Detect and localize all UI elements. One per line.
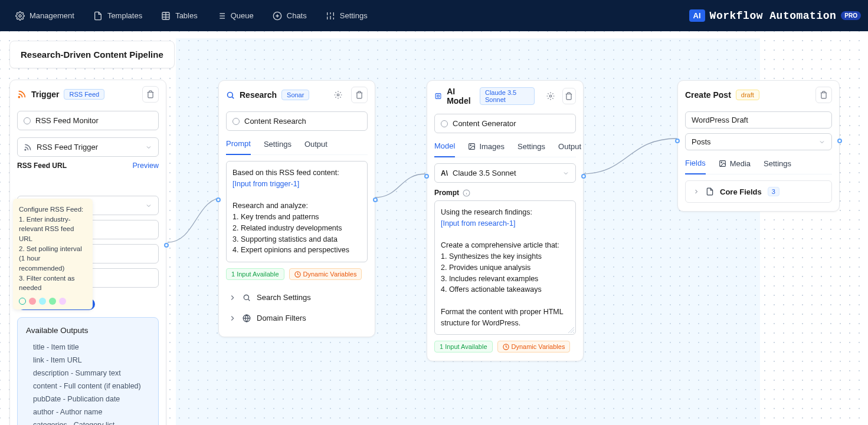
- settings-button[interactable]: [330, 87, 346, 103]
- prompt-line: 4. Expert opinions and perspectives: [232, 246, 349, 254]
- core-count: 3: [768, 187, 779, 196]
- help-line: 2. Set polling interval (1 hour recommen…: [19, 244, 87, 274]
- nav-management[interactable]: Management: [7, 6, 83, 25]
- core-fields-row[interactable]: Core Fields 3: [685, 180, 832, 203]
- output-port[interactable]: [581, 174, 586, 179]
- tab-model[interactable]: Model: [434, 141, 455, 157]
- node-title: AI Model: [447, 87, 475, 106]
- nav-tables[interactable]: Tables: [153, 6, 206, 25]
- workflow-title: Research-Driven Content Pipeline: [9, 41, 175, 68]
- model-value: Claude 3.5 Sonnet: [453, 169, 516, 177]
- gear-icon: [15, 11, 25, 21]
- node-aimodel[interactable]: AI Model Claude 3.5 Sonnet Content Gener…: [427, 80, 584, 361]
- anthropic-icon: A\: [441, 169, 448, 177]
- name-input[interactable]: Content Research: [226, 111, 368, 131]
- nav-queue[interactable]: Queue: [208, 6, 262, 25]
- nav-chats[interactable]: Chats: [264, 6, 315, 25]
- prompt-line: 1. Synthesizes the key insights: [441, 252, 542, 261]
- info-icon: [463, 189, 470, 197]
- node-title: Trigger: [31, 90, 59, 99]
- pro-badge: PRO: [841, 11, 861, 20]
- prompt-textarea[interactable]: Based on this RSS feed content: [Input f…: [226, 161, 368, 262]
- clock-icon: [294, 271, 301, 278]
- node-research[interactable]: Research Sonar Content Research Prompt S…: [218, 80, 375, 337]
- color-dot[interactable]: [29, 298, 36, 305]
- color-picker[interactable]: [19, 298, 87, 305]
- nav-settings[interactable]: Settings: [317, 6, 376, 25]
- canvas[interactable]: Research-Driven Content Pipeline Trigger…: [0, 31, 868, 425]
- chevron-down-icon: [145, 202, 152, 209]
- delete-button[interactable]: [351, 87, 368, 103]
- resize-handle-icon[interactable]: [568, 327, 574, 333]
- search-settings-collapse[interactable]: Search Settings: [226, 287, 368, 308]
- input-port[interactable]: [216, 197, 221, 202]
- tab-prompt[interactable]: Prompt: [226, 139, 251, 155]
- output-port[interactable]: [837, 139, 842, 143]
- delete-button[interactable]: [142, 86, 159, 103]
- file-icon: [93, 11, 103, 21]
- file-icon: [706, 187, 714, 196]
- tab-settings[interactable]: Settings: [764, 159, 791, 174]
- preview-link[interactable]: Preview: [133, 162, 159, 170]
- domain-filters-collapse[interactable]: Domain Filters: [226, 308, 368, 328]
- tab-images[interactable]: Images: [468, 141, 505, 157]
- sliders-icon: [326, 11, 335, 21]
- svg-point-38: [720, 162, 722, 163]
- type-select[interactable]: Posts: [685, 133, 832, 150]
- chevron-down-icon: [145, 144, 152, 151]
- color-dot[interactable]: [19, 298, 26, 305]
- color-dot[interactable]: [59, 298, 66, 305]
- url-label: RSS Feed URL: [17, 162, 67, 170]
- chevron-right-icon: [693, 188, 700, 195]
- prompt-line: Research and analyze:: [232, 202, 308, 210]
- radio-icon: [232, 118, 240, 125]
- input-port[interactable]: [424, 174, 429, 179]
- outputs-box: Available Outputs title - Item title lin…: [17, 317, 159, 425]
- prompt-label: Prompt: [434, 189, 576, 197]
- color-dot[interactable]: [49, 298, 56, 305]
- nav-label: Chats: [287, 11, 307, 20]
- collapse-label: Domain Filters: [257, 314, 306, 322]
- dynamic-vars-pill: Dynamic Variables: [497, 341, 571, 352]
- nav-label: Tables: [175, 11, 198, 20]
- delete-button[interactable]: [562, 88, 576, 104]
- monitor-value: RSS Feed Monitor: [35, 116, 99, 125]
- name-input[interactable]: WordPress Draft: [685, 111, 832, 129]
- node-createpost[interactable]: Create Post draft WordPress Draft Posts …: [677, 80, 840, 212]
- tab-label: Media: [730, 159, 751, 168]
- tab-fields[interactable]: Fields: [685, 159, 706, 174]
- trigger-select-value: RSS Feed Trigger: [37, 143, 98, 151]
- tab-output[interactable]: Output: [558, 141, 581, 157]
- name-input[interactable]: Content Generator: [434, 114, 576, 133]
- output-line: link - Item URL: [26, 354, 150, 367]
- output-port[interactable]: [164, 243, 169, 248]
- svg-point-20: [228, 92, 233, 97]
- tab-settings[interactable]: Settings: [264, 139, 291, 154]
- prompt-line: Create a comprehensive article that:: [441, 241, 559, 249]
- trigger-select[interactable]: RSS Feed Trigger: [17, 137, 159, 157]
- svg-point-24: [244, 295, 248, 299]
- color-dot[interactable]: [39, 298, 46, 305]
- prompt-line: Format the content with proper HTML: [441, 308, 564, 316]
- output-port[interactable]: [373, 197, 378, 202]
- prompt-textarea[interactable]: Using the research findings: [Input from…: [434, 200, 576, 335]
- tab-settings[interactable]: Settings: [517, 141, 545, 157]
- prompt-token: [Input from research-1]: [441, 219, 515, 228]
- collapse-label: Search Settings: [257, 293, 311, 302]
- input-available-pill: 1 Input Available: [226, 268, 284, 280]
- model-select[interactable]: A\Claude 3.5 Sonnet: [434, 163, 576, 183]
- help-line: Configure RSS Feed:: [19, 205, 87, 215]
- outputs-title: Available Outputs: [26, 326, 150, 335]
- input-port[interactable]: [675, 139, 680, 143]
- nav-templates[interactable]: Templates: [85, 6, 150, 25]
- monitor-input[interactable]: RSS Feed Monitor: [17, 111, 159, 130]
- svg-point-32: [470, 144, 471, 146]
- delete-button[interactable]: [815, 87, 832, 103]
- tab-media[interactable]: Media: [719, 159, 751, 174]
- output-line: content - Full content (if enabled): [26, 380, 150, 393]
- nav-label: Settings: [340, 11, 368, 20]
- settings-button[interactable]: [544, 88, 558, 104]
- type-value: Posts: [692, 137, 711, 146]
- tab-output[interactable]: Output: [304, 139, 327, 154]
- top-nav: Management Templates Tables Queue Chats …: [7, 6, 376, 25]
